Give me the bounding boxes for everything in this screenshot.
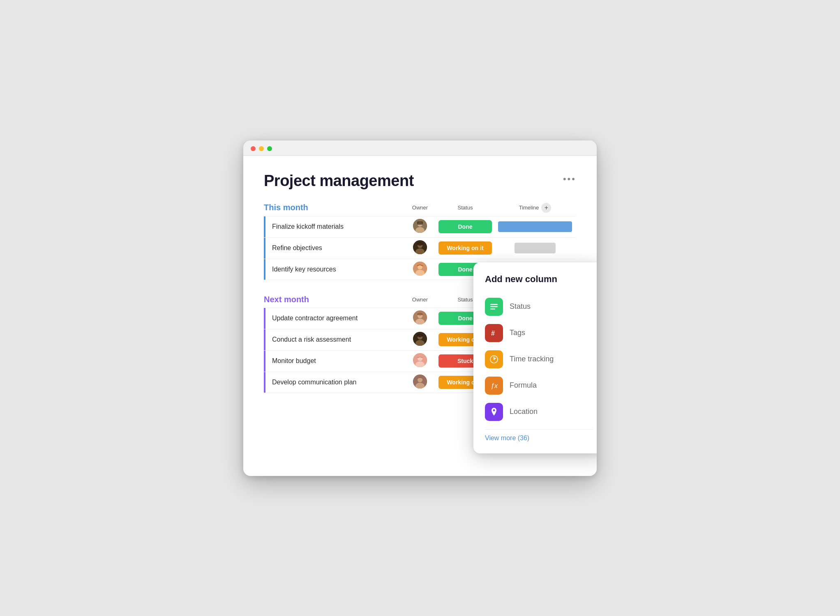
task-name: Refine objectives [264, 239, 404, 257]
browser-window: Project management ••• This month Owner … [243, 140, 597, 476]
timeline-col-header-1: Timeline + [494, 203, 576, 213]
status-badge: Working on it [438, 241, 492, 255]
svg-text:ƒx: ƒx [491, 382, 498, 389]
table-row: Finalize kickoff materials Done [264, 216, 576, 237]
close-dot[interactable] [251, 146, 256, 151]
status-icon [485, 298, 503, 316]
popup-item-label: Time tracking [510, 355, 554, 363]
svg-rect-3 [417, 221, 423, 225]
row-border [264, 372, 265, 393]
svg-point-7 [417, 242, 423, 246]
section-title-this-month: This month [264, 203, 308, 212]
location-icon [485, 403, 503, 421]
svg-point-30 [494, 359, 495, 360]
owner-col-header-2: Owner [404, 297, 436, 303]
popup-divider [485, 429, 593, 430]
row-border [264, 216, 265, 237]
popup-title: Add new column [485, 274, 593, 285]
avatar [413, 219, 427, 233]
add-column-popup: Add new column Status # Tags [473, 262, 597, 453]
avatar [413, 375, 427, 388]
task-owner [404, 353, 436, 369]
task-timeline [494, 221, 576, 232]
popup-item-time-tracking[interactable]: Time tracking [485, 346, 593, 372]
minimize-dot[interactable] [259, 146, 264, 151]
avatar [413, 310, 427, 324]
popup-item-label: Tags [510, 329, 525, 337]
popup-item-label: Location [510, 407, 538, 416]
popup-item-location[interactable]: Location [485, 399, 593, 425]
task-name: Finalize kickoff materials [264, 218, 404, 235]
task-name: Monitor budget [264, 352, 404, 370]
avatar [413, 353, 427, 367]
svg-rect-25 [490, 304, 498, 305]
svg-point-32 [493, 409, 495, 411]
row-border [264, 308, 265, 329]
more-options-icon[interactable]: ••• [563, 174, 576, 184]
time-tracking-icon [485, 350, 503, 368]
row-border [264, 329, 265, 350]
task-name: Identify key resources [264, 261, 404, 278]
row-border [264, 351, 265, 372]
svg-point-18 [417, 334, 423, 337]
owner-col-header-1: Owner [404, 205, 436, 211]
tags-icon: # [485, 324, 503, 342]
timeline-bar [498, 221, 572, 232]
task-name: Develop communication plan [264, 374, 404, 391]
row-border [264, 259, 265, 280]
popup-item-label: Status [510, 302, 531, 311]
popup-item-status[interactable]: Status [485, 294, 593, 320]
avatar [413, 240, 427, 254]
browser-chrome [243, 140, 597, 156]
popup-item-label: Formula [510, 381, 537, 390]
formula-icon: ƒx [485, 377, 503, 395]
task-owner [404, 219, 436, 234]
task-owner [404, 262, 436, 277]
this-month-headers: This month Owner Status Timeline + [264, 203, 576, 214]
svg-rect-27 [490, 308, 495, 310]
fullscreen-dot[interactable] [267, 146, 272, 151]
svg-point-14 [417, 313, 423, 315]
task-owner [404, 240, 436, 256]
view-more-link[interactable]: View more (36) [485, 434, 593, 442]
avatar [413, 332, 427, 346]
page-title: Project management [264, 172, 576, 190]
main-content: Project management ••• This month Owner … [243, 156, 597, 476]
task-timeline [494, 243, 576, 253]
timeline-bar [515, 243, 556, 253]
svg-rect-26 [490, 306, 498, 307]
status-badge: Done [438, 220, 492, 233]
section-title-next-month: Next month [264, 295, 309, 304]
task-name: Update contractor agreement [264, 310, 404, 327]
add-column-button-1[interactable]: + [541, 203, 551, 213]
status-col-header-1: Status [436, 205, 494, 211]
avatar [413, 262, 427, 276]
popup-item-tags[interactable]: # Tags [485, 320, 593, 346]
svg-text:#: # [491, 330, 495, 337]
table-row: Refine objectives Working on it [264, 237, 576, 259]
task-status: Done [436, 220, 494, 233]
popup-item-formula[interactable]: ƒx Formula [485, 372, 593, 399]
task-owner [404, 375, 436, 390]
task-status: Working on it [436, 241, 494, 255]
row-border [264, 238, 265, 259]
task-owner [404, 332, 436, 347]
task-owner [404, 310, 436, 326]
task-name: Conduct a risk assessment [264, 331, 404, 348]
